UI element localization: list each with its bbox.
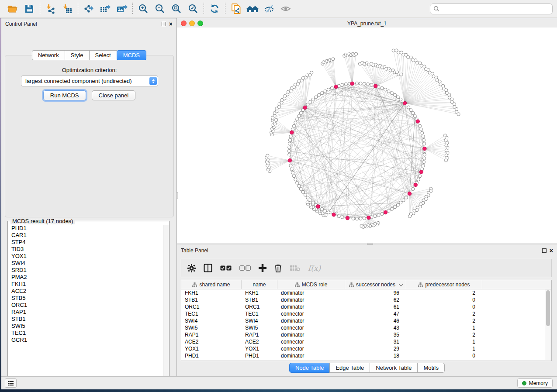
network-node[interactable] <box>419 128 422 131</box>
table-row[interactable]: SWI5SWI5connector431 <box>181 324 551 331</box>
network-node[interactable] <box>299 111 302 114</box>
network-node[interactable] <box>402 53 405 56</box>
tab-select[interactable]: Select <box>89 50 117 60</box>
mcds-hub-node[interactable] <box>423 147 426 150</box>
network-node[interactable] <box>374 215 377 218</box>
network-node[interactable] <box>390 207 393 210</box>
network-node[interactable] <box>407 106 410 109</box>
first-neighbors-icon[interactable] <box>244 2 261 16</box>
optimization-select[interactable]: largest connected component (undirected) <box>21 76 158 86</box>
close-panel-button[interactable]: Close panel <box>92 90 136 100</box>
network-node[interactable] <box>359 82 362 85</box>
network-node[interactable] <box>411 58 414 61</box>
network-node[interactable] <box>298 184 301 187</box>
network-node[interactable] <box>288 153 291 156</box>
zoom-out-icon[interactable] <box>152 2 168 16</box>
network-node[interactable] <box>393 93 396 96</box>
network-node[interactable] <box>315 96 318 99</box>
export-image-icon[interactable] <box>114 2 130 16</box>
network-node[interactable] <box>355 217 358 220</box>
zoom-fit-icon[interactable] <box>168 2 185 16</box>
network-graph[interactable] <box>177 28 557 243</box>
table-row[interactable]: RAP1RAP1dominator352 <box>181 331 551 338</box>
network-node[interactable] <box>337 215 340 218</box>
network-node[interactable] <box>306 196 309 199</box>
mcds-hub-node[interactable] <box>288 158 291 162</box>
network-node[interactable] <box>355 52 358 55</box>
column-header-shared-name[interactable]: shared name <box>181 280 242 289</box>
delete-columns-icon[interactable] <box>274 264 282 272</box>
network-node[interactable] <box>381 212 384 215</box>
network-node[interactable] <box>299 187 302 190</box>
tab-mcds[interactable]: MCDS <box>117 50 146 60</box>
table-row[interactable]: ACE2ACE2connector311 <box>181 338 551 345</box>
network-node[interactable] <box>387 209 390 212</box>
network-node[interactable] <box>344 83 347 86</box>
network-node[interactable] <box>291 171 294 174</box>
network-node[interactable] <box>327 88 330 91</box>
network-node[interactable] <box>387 90 390 93</box>
network-node[interactable] <box>423 153 426 156</box>
network-node[interactable] <box>324 209 327 212</box>
float-panel-icon[interactable] <box>162 22 166 26</box>
network-node[interactable] <box>396 203 399 206</box>
float-table-panel-icon[interactable] <box>542 248 547 253</box>
mcds-hub-node[interactable] <box>303 106 307 109</box>
import-table-icon[interactable] <box>59 2 76 16</box>
network-node[interactable] <box>405 196 408 199</box>
network-node[interactable] <box>377 213 380 217</box>
network-node[interactable] <box>310 71 313 74</box>
save-icon[interactable] <box>21 2 38 16</box>
table-row[interactable]: SWI4SWI4dominator462 <box>181 317 551 324</box>
network-node[interactable] <box>363 217 366 220</box>
mcds-result-item[interactable]: SWI5 <box>8 323 163 330</box>
network-node[interactable] <box>352 217 355 220</box>
deselect-all-icon[interactable] <box>239 265 251 271</box>
hide-selected-icon[interactable] <box>261 2 277 16</box>
network-node[interactable] <box>275 118 278 121</box>
table-row[interactable]: FKH1FKH1dominator962 <box>181 289 551 296</box>
network-node[interactable] <box>287 149 291 152</box>
mcds-hub-node[interactable] <box>408 192 411 195</box>
network-node[interactable] <box>292 175 295 178</box>
network-node[interactable] <box>288 142 291 145</box>
mcds-hub-node[interactable] <box>332 213 336 217</box>
network-node[interactable] <box>457 113 460 116</box>
network-node[interactable] <box>341 216 344 219</box>
export-table-icon[interactable] <box>97 2 114 16</box>
network-canvas[interactable] <box>177 28 557 243</box>
network-node[interactable] <box>311 98 315 101</box>
mcds-result-item[interactable]: PMA2 <box>8 274 163 281</box>
network-node[interactable] <box>381 86 384 89</box>
show-all-icon[interactable] <box>277 2 294 16</box>
network-node[interactable] <box>422 135 425 138</box>
delete-table-icon[interactable] <box>290 265 300 272</box>
network-node[interactable] <box>332 58 335 61</box>
network-node[interactable] <box>294 121 297 124</box>
network-node[interactable] <box>412 111 415 114</box>
mcds-hub-node[interactable] <box>346 216 349 220</box>
network-node[interactable] <box>448 93 451 96</box>
mcds-hub-node[interactable] <box>403 101 406 105</box>
mcds-hub-node[interactable] <box>416 120 419 123</box>
network-node[interactable] <box>341 83 344 86</box>
network-node[interactable] <box>423 142 426 145</box>
mcds-result-item[interactable]: STP4 <box>8 239 163 246</box>
mcds-hub-node[interactable] <box>384 210 387 214</box>
network-node[interactable] <box>288 146 291 149</box>
tab-motifs[interactable]: Motifs <box>417 363 445 373</box>
mcds-result-item[interactable]: SWI4 <box>8 260 163 267</box>
network-node[interactable] <box>402 199 405 202</box>
network-node[interactable] <box>266 154 269 157</box>
tab-style[interactable]: Style <box>65 50 90 60</box>
mcds-hub-node[interactable] <box>290 131 294 134</box>
network-node[interactable] <box>289 164 292 167</box>
table-row[interactable]: TEC1TEC1connector472 <box>181 310 551 317</box>
mcds-hub-node[interactable] <box>419 170 423 174</box>
tab-network-table[interactable]: Network Table <box>370 363 418 373</box>
mcds-hub-node[interactable] <box>414 183 417 186</box>
clone-network-icon[interactable] <box>228 2 244 16</box>
mcds-hub-node[interactable] <box>316 205 320 208</box>
zoom-in-icon[interactable] <box>135 2 152 16</box>
network-node[interactable] <box>367 83 370 86</box>
